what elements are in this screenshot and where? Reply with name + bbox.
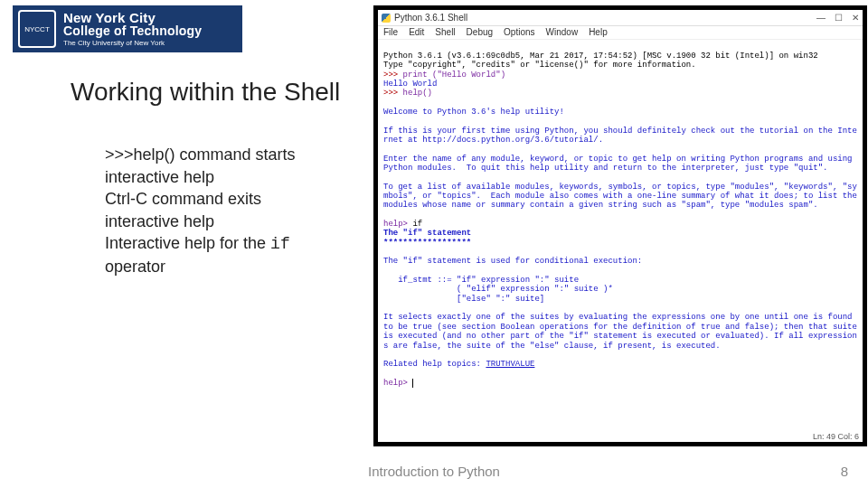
bullet-2a: Ctrl-C command exits bbox=[105, 189, 349, 210]
output-hello: Hello World bbox=[383, 80, 437, 89]
logo-line2: College of Technology bbox=[63, 24, 202, 38]
footer-title: Introduction to Python bbox=[0, 464, 868, 479]
minimize-icon: — bbox=[816, 13, 826, 23]
input-print: print ("Hello World") bbox=[403, 70, 505, 80]
python-shell-screenshot: Python 3.6.1 Shell — ☐ ✕ File Edit Shell… bbox=[373, 5, 867, 446]
help-p1: If this is your first time using Python,… bbox=[383, 127, 857, 145]
status-bar: Ln: 49 Col: 6 bbox=[813, 431, 859, 442]
menu-file: File bbox=[383, 27, 398, 38]
logo-line3: The City University of New York bbox=[63, 40, 202, 47]
python-icon bbox=[382, 14, 391, 23]
help-prompt-2: help> bbox=[383, 379, 412, 388]
bullet-3b: operator bbox=[105, 257, 349, 277]
terminal-content: Python 3.6.1 (v3.6.1:69c0db5, Mar 21 201… bbox=[378, 40, 863, 399]
prompt: >>> bbox=[383, 70, 403, 80]
prompt: >>> bbox=[383, 89, 403, 98]
bullet-2b: interactive help bbox=[105, 211, 349, 232]
if-sep: ****************** bbox=[383, 239, 471, 248]
window-title: Python 3.6.1 Shell bbox=[394, 13, 467, 23]
menu-bar: File Edit Shell Debug Options Window Hel… bbox=[378, 26, 863, 40]
help-welcome: Welcome to Python 3.6's help utility! bbox=[383, 108, 564, 117]
if-syntax-3: ["else" ":" suite] bbox=[383, 295, 544, 304]
menu-help: Help bbox=[589, 27, 608, 38]
maximize-icon: ☐ bbox=[835, 13, 843, 23]
page-number: 8 bbox=[841, 464, 848, 479]
logo-line1: New York City bbox=[63, 11, 202, 25]
help-p2: Enter the name of any module, keyword, o… bbox=[383, 155, 857, 173]
if-related-link: TRUTHVALUE bbox=[486, 360, 534, 369]
bullet-code-if: if bbox=[270, 235, 290, 253]
menu-window: Window bbox=[546, 27, 579, 38]
menu-shell: Shell bbox=[435, 27, 455, 38]
menu-edit: Edit bbox=[409, 27, 424, 38]
close-icon: ✕ bbox=[852, 13, 859, 23]
python-shell-window: Python 3.6.1 Shell — ☐ ✕ File Edit Shell… bbox=[378, 10, 863, 442]
slide-title: Working within the Shell bbox=[71, 78, 340, 107]
menu-options: Options bbox=[504, 27, 534, 38]
banner-line-2: Type "copyright", "credits" or "license(… bbox=[383, 61, 696, 70]
help-input-if: if bbox=[412, 220, 422, 229]
if-body: It selects exactly one of the suites by … bbox=[383, 313, 862, 350]
cursor bbox=[412, 379, 413, 388]
window-titlebar: Python 3.6.1 Shell — ☐ ✕ bbox=[378, 10, 863, 26]
bullet-3a: Interactive help for the if bbox=[105, 233, 349, 255]
if-desc: The "if" statement is used for condition… bbox=[383, 257, 642, 266]
banner-line-1: Python 3.6.1 (v3.6.1:69c0db5, Mar 21 201… bbox=[383, 52, 818, 61]
help-prompt: help> bbox=[383, 220, 412, 229]
logo-text: New York City College of Technology The … bbox=[63, 11, 202, 48]
if-title: The "if" statement bbox=[383, 229, 471, 238]
menu-debug: Debug bbox=[467, 27, 493, 38]
input-help: help() bbox=[403, 89, 432, 98]
help-p3: To get a list of available modules, keyw… bbox=[383, 183, 862, 211]
logo-seal: NYCCT bbox=[18, 10, 56, 48]
bullet-1a: >>>help() command starts bbox=[105, 145, 349, 165]
if-related-label: Related help topics: bbox=[383, 360, 486, 369]
bullet-list: >>>help() command starts interactive hel… bbox=[105, 145, 349, 278]
college-logo: NYCCT New York City College of Technolog… bbox=[13, 5, 242, 52]
bullet-1b: interactive help bbox=[105, 167, 349, 188]
if-syntax-1: if_stmt ::= "if" expression ":" suite bbox=[383, 276, 579, 285]
if-syntax-2: ( "elif" expression ":" suite )* bbox=[383, 285, 613, 294]
